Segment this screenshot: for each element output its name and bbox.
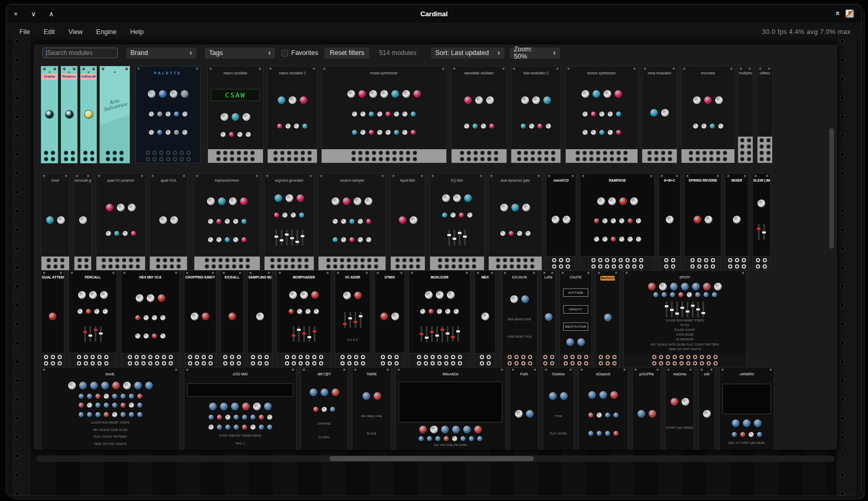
- module-card-limonade[interactable]: liMonADeUNI V/O FINE FM SCAN: [395, 367, 506, 450]
- module-card-mixer[interactable]: mixer: [41, 173, 70, 271]
- menu-help[interactable]: Help: [130, 28, 144, 36]
- jack-icon: [358, 151, 362, 155]
- jack-icon: [223, 355, 227, 359]
- module-card-modal-synthesizer[interactable]: modal synthesizer: [321, 66, 447, 163]
- module-card-oa[interactable]: oAï: [698, 367, 715, 450]
- module-card-morphader[interactable]: MORPHADER: [277, 270, 331, 368]
- module-card-dual-dynamics-gate[interactable]: dual dynamics gate: [488, 173, 542, 271]
- module-card-segment-generator[interactable]: segment generator: [264, 173, 314, 271]
- module-card-muxlicer[interactable]: MUXLICER: [409, 270, 470, 368]
- knob-icon: [613, 431, 619, 436]
- module-card-evenvco[interactable]: evenVCO: [546, 173, 576, 271]
- sort-dropdown[interactable]: Sort: Last updated ▲▼: [431, 48, 504, 59]
- module-card-hex-mix-vca[interactable]: HEX MIX VCA: [121, 270, 180, 368]
- module-card-slew-limiter[interactable]: SLEW LIMITER: [752, 173, 771, 271]
- module-card-kickall[interactable]: KICKALL: [221, 270, 244, 368]
- knob-icon: [341, 219, 346, 224]
- module-card-texture-synthesizer[interactable]: texture synthesizer: [565, 66, 638, 163]
- v-scrollbar[interactable]: [829, 128, 834, 249]
- module-card-maxfun-it[interactable]: MaxFun.iT: [596, 270, 620, 368]
- knob-icon: [49, 313, 57, 320]
- module-card-stmix[interactable]: STMIX: [375, 270, 405, 368]
- module-card-meta-modulator[interactable]: meta modulator: [642, 66, 677, 163]
- screen-display: [722, 384, 771, 414]
- module-card-multiples[interactable]: multiples: [738, 66, 753, 163]
- module-card-aria-salvatrice[interactable]: ♥Aria Salvatrice: [100, 66, 130, 163]
- shade-button[interactable]: ∨: [25, 10, 42, 18]
- module-card-random-sampler[interactable]: random sampler: [318, 173, 386, 271]
- module-card-chute[interactable]: ChUTEALTITUDEGRAVITYRESTITUTION: [559, 270, 592, 368]
- module-card-resonator[interactable]: resonator: [681, 66, 735, 163]
- panel-label: CLOCK RUN RESET STEPS: [666, 319, 705, 322]
- module-card-macro-oscillator[interactable]: macro oscillatorCSAW: [207, 66, 263, 163]
- module-name: maGma: [666, 372, 694, 377]
- module-card-ouaive[interactable]: OUAIveTYPEPLAY MODE: [543, 367, 574, 450]
- module-card-spring-reverb[interactable]: SPRING REVERB: [684, 173, 721, 271]
- module-card-tocante[interactable]: tOCAnTeBPH BEATS BARFINE RESET RUN: [502, 270, 537, 368]
- h-scrollbar-track[interactable]: [36, 455, 834, 462]
- module-card-vc-adsr[interactable]: VC ADSRA D S R: [335, 270, 370, 368]
- expand-button[interactable]: ∧: [42, 10, 60, 18]
- module-card-bernoulli-gate[interactable]: bernoulli gate: [74, 173, 92, 271]
- jack-icon: [202, 361, 206, 365]
- favorites-checkbox[interactable]: [281, 50, 288, 57]
- screw-icon: [477, 272, 479, 274]
- menu-engine[interactable]: Engine: [96, 28, 117, 36]
- jack-icon: [438, 258, 442, 262]
- module-card-macro-oscillator-2[interactable]: macro oscillator 2: [267, 66, 317, 163]
- jack-icon: [577, 361, 581, 365]
- search-input[interactable]: [42, 48, 118, 58]
- close-button[interactable]: ×: [7, 10, 25, 18]
- module-art: STOP ONE/OFF SPEED READTRIG 1: [184, 377, 296, 450]
- module-card-poupre[interactable]: pOUPRe: [632, 367, 661, 450]
- zoom-dropdown[interactable]: Zoom: 50% ▲▼: [510, 48, 560, 59]
- module-name: SLEW LIMITER: [753, 178, 770, 183]
- module-card-mixer[interactable]: MIXER: [725, 173, 749, 271]
- reset-filters-button[interactable]: Reset filters: [324, 48, 369, 59]
- module-card-chopping-kinky[interactable]: CHOPPING KINKY: [184, 270, 216, 368]
- screw-icon: [442, 68, 445, 70]
- module-card-sampling-modulator[interactable]: SAMPLING MODULATOR: [247, 270, 272, 368]
- menu-edit[interactable]: Edit: [43, 28, 55, 36]
- module-card-dtroy[interactable]: dTrOYCLOCK RUN RESET STEPSPITCHPULSE COU…: [623, 270, 746, 368]
- module-card-wavetable-oscillator[interactable]: wavetable oscillator: [451, 66, 507, 163]
- jack-icon: [51, 361, 55, 365]
- app-badge-icon[interactable]: [845, 9, 854, 18]
- module-card-tiare[interactable]: TiAREFM FREQ FINESCALE: [352, 367, 391, 450]
- module-card-edsaros[interactable]: eDsaroS: [578, 367, 628, 450]
- module-card-keyframer-mixer[interactable]: keyframer/mixer: [194, 173, 260, 271]
- module-card-undular[interactable]: ♥UnDuLaR: [80, 66, 97, 163]
- module-card-fork[interactable]: ForK: [510, 367, 539, 450]
- module-card-mex[interactable]: MEX: [475, 270, 496, 368]
- menu-file[interactable]: File: [19, 28, 30, 36]
- module-card-grabby[interactable]: ♥Grabby: [41, 66, 58, 163]
- module-card-rampage[interactable]: RAMPAGE: [580, 173, 655, 271]
- h-scrollbar-thumb[interactable]: [329, 456, 534, 461]
- knob-icon: [452, 426, 460, 433]
- module-card-eq-filter[interactable]: EQ filter: [430, 173, 485, 271]
- module-card-zo-ma[interactable]: zOÙ MAïSTOP ONE/OFF SPEED READTRIG 1: [184, 367, 296, 450]
- brand-dropdown[interactable]: Brand ▲▼: [126, 48, 196, 59]
- module-card-dual-attenuverter[interactable]: DUAL ATTENUVERTER: [41, 270, 64, 368]
- module-card-quad-vca[interactable]: quad VCA: [149, 173, 188, 271]
- jack-icon: [250, 157, 255, 161]
- module-card-quad-vc-polarizer[interactable]: quad VC-polarizer: [96, 173, 146, 271]
- module-card-rotatoes[interactable]: ♥Rotatoes: [61, 66, 78, 163]
- module-card-magma[interactable]: maGmaSTART LEN SPEED: [665, 367, 694, 450]
- module-card-percall[interactable]: PERCALL: [69, 270, 117, 368]
- module-card-tidal-modulator-2[interactable]: tidal modulator 2: [511, 66, 561, 163]
- panel-box-label: GRAVITY: [563, 305, 588, 314]
- module-card-bordl[interactable]: bordLCLOCK RUN RESET STEPSKEY SCALE GATE…: [41, 367, 180, 450]
- module-card-palette[interactable]: PALETTE: [135, 66, 201, 163]
- module-card-late[interactable]: LATe: [541, 270, 556, 368]
- double-chevron-up-icon[interactable]: «: [833, 11, 842, 15]
- module-card-a-b-c[interactable]: A+B+C: [658, 173, 680, 271]
- module-card-dikt-t[interactable]: dIKT@TCHANNELGLOBAL: [301, 367, 348, 450]
- knob-icon: [267, 415, 272, 420]
- menu-view[interactable]: View: [69, 28, 83, 36]
- module-card-utilities[interactable]: utilities: [757, 66, 773, 163]
- module-card-canard[interactable]: cANARdREC G/T STRT LEN READ: [719, 367, 774, 450]
- jack-icon: [47, 258, 51, 262]
- tags-dropdown[interactable]: Tags ▲▼: [205, 48, 275, 59]
- module-card-liquid-filter[interactable]: liquid filter: [390, 173, 425, 271]
